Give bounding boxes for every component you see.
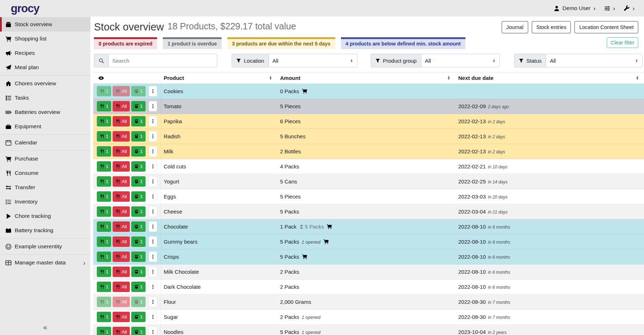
sidebar-item-manage-master-data[interactable]: Manage master data› [0,255,90,270]
sidebar-item-equipment[interactable]: Equipment [0,119,90,134]
consume-one-button[interactable]: 1 [97,191,111,202]
status-chip-expired[interactable]: 0 products are expired [94,37,157,49]
consume-one-button[interactable]: 1 [97,161,111,172]
journal-button[interactable]: Journal [502,21,528,33]
sidebar-item-batteries-overview[interactable]: Batteries overview [0,105,90,119]
sidebar-item-inventory[interactable]: Inventory [0,195,90,209]
open-one-button[interactable]: 1 [131,312,146,322]
open-one-button[interactable]: 1 [131,221,146,232]
consume-one-button[interactable]: 1 [97,146,111,157]
consume-all-button[interactable]: All [113,101,129,111]
open-one-button[interactable]: 1 [131,101,146,111]
open-one-button[interactable]: 1 [131,86,146,96]
consume-all-button[interactable]: All [113,146,129,157]
product-group-select[interactable]: All [421,54,500,67]
sidebar-item-example-userentity[interactable]: Example userentity [0,239,90,254]
open-one-button[interactable]: 1 [131,252,146,262]
consume-one-button[interactable]: 1 [97,282,111,292]
open-one-button[interactable]: 1 [131,206,146,217]
consume-all-button[interactable]: All [113,191,129,202]
open-one-button[interactable]: 1 [131,297,146,307]
row-menu-button[interactable] [149,86,157,96]
consume-all-button[interactable]: All [113,131,129,142]
consume-all-button[interactable]: All [113,236,129,247]
sidebar-item-recipes[interactable]: Recipes [0,46,90,60]
consume-one-button[interactable]: 1 [97,297,111,307]
tools-menu[interactable]: › [624,5,635,11]
status-select[interactable]: All [546,54,643,67]
consume-all-button[interactable]: All [113,176,129,187]
sidebar-item-chore-tracking[interactable]: Chore tracking [0,209,90,223]
open-one-button[interactable]: 1 [131,176,146,187]
open-one-button[interactable]: 1 [131,267,146,277]
consume-one-button[interactable]: 1 [97,221,111,232]
open-one-button[interactable]: 1 [131,327,146,335]
row-menu-button[interactable] [149,221,157,232]
row-menu-button[interactable] [149,161,157,172]
consume-all-button[interactable]: All [113,327,129,335]
row-menu-button[interactable] [149,191,157,202]
consume-all-button[interactable]: All [113,161,129,172]
open-one-button[interactable]: 1 [131,146,146,157]
row-menu-button[interactable] [149,131,157,142]
consume-one-button[interactable]: 1 [97,312,111,322]
consume-one-button[interactable]: 1 [97,252,111,262]
row-menu-button[interactable] [149,146,157,157]
status-chip-below-min-stock[interactable]: 4 products are below defined min. stock … [341,37,465,49]
row-menu-button[interactable] [149,236,157,247]
consume-all-button[interactable]: All [113,252,129,262]
sidebar-item-stock-overview[interactable]: Stock overview [0,17,90,32]
consume-one-button[interactable]: 1 [97,267,111,277]
open-one-button[interactable]: 1 [131,161,146,172]
sidebar-item-battery-tracking[interactable]: Battery tracking [0,223,90,238]
column-header-amount[interactable]: Amount [277,72,455,84]
consume-one-button[interactable]: 1 [97,131,111,142]
sidebar-item-purchase[interactable]: Purchase [0,152,90,166]
consume-one-button[interactable]: 1 [97,101,111,111]
consume-all-button[interactable]: All [113,221,129,232]
consume-all-button[interactable]: All [113,282,129,292]
consume-all-button[interactable]: All [113,267,129,277]
row-menu-button[interactable] [149,252,157,262]
open-one-button[interactable]: 1 [131,131,146,142]
consume-one-button[interactable]: 1 [97,327,111,335]
open-one-button[interactable]: 1 [131,116,146,126]
sidebar-item-transfer[interactable]: Transfer [0,180,90,195]
sidebar-item-calendar[interactable]: Calendar [0,135,90,150]
location-select[interactable]: All [269,54,357,67]
row-menu-button[interactable] [149,282,157,292]
row-menu-button[interactable] [149,267,157,277]
sidebar-item-meal-plan[interactable]: Meal plan [0,60,90,75]
sidebar-item-consume[interactable]: Consume [0,166,90,180]
status-chip-due-soon[interactable]: 3 products are due within the next 5 day… [227,37,335,49]
user-menu[interactable]: Demo User › [554,5,596,11]
row-menu-button[interactable] [149,116,157,126]
view-settings-menu[interactable]: › [604,5,615,11]
consume-all-button[interactable]: All [113,116,129,126]
open-one-button[interactable]: 1 [131,191,146,202]
sidebar-item-shopping-list[interactable]: Shopping list [0,32,90,46]
consume-one-button[interactable]: 1 [97,176,111,187]
consume-one-button[interactable]: 1 [97,116,111,126]
open-one-button[interactable]: 1 [131,282,146,292]
consume-all-button[interactable]: All [113,297,129,307]
sidebar-item-tasks[interactable]: Tasks [0,91,90,105]
consume-all-button[interactable]: All [113,312,129,322]
search-input[interactable] [108,54,217,67]
clear-filter-button[interactable]: Clear filter [607,37,638,48]
consume-all-button[interactable]: All [113,86,129,96]
consume-one-button[interactable]: 1 [97,236,111,247]
row-menu-button[interactable] [149,206,157,217]
row-menu-button[interactable] [149,101,157,111]
stock-entries-button[interactable]: Stock entries [532,21,571,33]
column-header-product[interactable]: Product [161,72,277,84]
open-one-button[interactable]: 1 [131,236,146,247]
row-menu-button[interactable] [149,312,157,322]
consume-one-button[interactable]: 1 [97,86,111,96]
consume-one-button[interactable]: 1 [97,206,111,217]
consume-all-button[interactable]: All [113,206,129,217]
row-menu-button[interactable] [149,327,157,335]
column-header-next-due-date[interactable]: Next due date [455,72,644,84]
status-chip-overdue[interactable]: 1 product is overdue [163,37,222,49]
sidebar-collapse-button[interactable]: « [0,323,90,331]
